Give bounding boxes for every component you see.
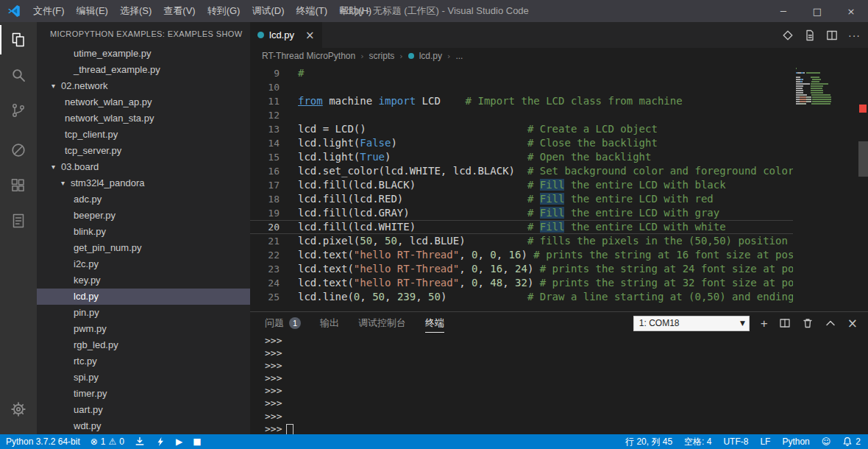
code-editor[interactable]: 9#1011from machine import LCD # Import t… [250, 64, 868, 311]
code-line-22[interactable]: 22lcd.text("hello RT-Thread", 0, 0, 16) … [250, 248, 868, 262]
breadcrumb-item[interactable]: ... [455, 51, 463, 61]
menu-item[interactable]: 查看(V) [157, 0, 201, 22]
maximize-panel-icon[interactable] [825, 317, 836, 329]
open-changes-icon[interactable] [782, 29, 794, 41]
micropython-examples-icon[interactable] [0, 203, 37, 238]
panel-tab-output[interactable]: 输出 [320, 312, 339, 334]
problems-summary[interactable]: ⊗ 1 ⚠ 0 [90, 436, 124, 447]
maximize-button[interactable]: □ [800, 0, 834, 22]
line-number[interactable]: 13 [250, 122, 280, 136]
close-window-button[interactable]: × [834, 0, 868, 22]
breadcrumb-item[interactable]: scripts [369, 51, 395, 61]
line-number[interactable]: 11 [250, 94, 280, 108]
settings-gear-icon[interactable] [0, 392, 37, 427]
sidebar-section-header[interactable]: MICROPYTHON EXAMPLES: EXAMPLES SHOW [37, 22, 250, 46]
explorer-icon[interactable] [0, 22, 37, 57]
cursor-position[interactable]: 行 20, 列 45 [625, 436, 672, 448]
panel-tab-terminal[interactable]: 终端 [425, 312, 444, 334]
tree-item-network_wlan_sta.py[interactable]: network_wlan_sta.py [37, 110, 250, 127]
tree-item-uart.py[interactable]: uart.py [37, 402, 250, 418]
tree-item-key.py[interactable]: key.py [37, 272, 250, 289]
line-number[interactable]: 17 [250, 178, 280, 192]
minimap[interactable] [793, 64, 858, 311]
code-line-13[interactable]: 13lcd = LCD() # Create a LCD object [250, 122, 868, 136]
run-button[interactable]: ▶ [176, 436, 182, 447]
tree-item-tcp_client.py[interactable]: tcp_client.py [37, 127, 250, 143]
menu-item[interactable]: 调试(D) [246, 0, 290, 22]
indent-setting[interactable]: 空格: 4 [684, 436, 711, 448]
code-line-15[interactable]: 15lcd.light(True) # Open the backlight [250, 150, 868, 164]
tree-item-blink.py[interactable]: blink.py [37, 224, 250, 240]
tree-item-spi.py[interactable]: spi.py [37, 370, 250, 386]
open-preview-icon[interactable] [804, 29, 816, 41]
tree-item-rgb_led.py[interactable]: rgb_led.py [37, 337, 250, 353]
download-to-device-button[interactable] [135, 436, 145, 447]
line-number[interactable]: 10 [250, 80, 280, 94]
close-panel-icon[interactable]: × [847, 317, 858, 330]
code-line-24[interactable]: 24lcd.text("hello RT-Thread", 0, 48, 32)… [250, 276, 868, 290]
line-number[interactable]: 21 [250, 234, 280, 248]
tab-lcd-py[interactable]: lcd.py × [250, 22, 322, 48]
tree-item-lcd.py[interactable]: lcd.py [37, 289, 250, 305]
line-number[interactable]: 9 [250, 66, 280, 80]
line-number[interactable]: 18 [250, 192, 280, 206]
tree-item-_thread_example.py[interactable]: _thread_example.py [37, 62, 250, 78]
encoding[interactable]: UTF-8 [723, 436, 748, 447]
menu-item[interactable]: 转到(G) [202, 0, 246, 22]
code-line-10[interactable]: 10 [250, 80, 868, 94]
extensions-icon[interactable] [0, 168, 37, 203]
line-number[interactable]: 16 [250, 164, 280, 178]
tree-item-02.network[interactable]: ▾02.network [37, 78, 250, 94]
tree-item-network_wlan_ap.py[interactable]: network_wlan_ap.py [37, 94, 250, 110]
tree-item-tcp_server.py[interactable]: tcp_server.py [37, 143, 250, 159]
terminal-output[interactable]: >>>>>>>>>>>>>>>>>>>>>>>> [250, 334, 868, 434]
debug-disabled-icon[interactable] [0, 132, 37, 168]
vertical-scrollbar[interactable] [858, 141, 868, 177]
line-number[interactable]: 25 [250, 290, 280, 304]
menu-item[interactable]: 终端(T) [290, 0, 333, 22]
flash-build-button[interactable] [155, 436, 166, 447]
feedback-smiley-button[interactable]: ☺ [822, 436, 831, 447]
menu-item[interactable]: 文件(F) [27, 0, 71, 22]
line-number[interactable]: 22 [250, 248, 280, 262]
split-terminal-icon[interactable] [779, 317, 791, 329]
kill-terminal-trash-icon[interactable] [802, 317, 814, 329]
tree-item-stm32l4_pandora[interactable]: ▾stm32l4_pandora [37, 175, 250, 191]
notifications-bell-button[interactable]: 2 [842, 436, 861, 447]
line-number[interactable]: 20 [250, 220, 280, 234]
tree-item-rtc.py[interactable]: rtc.py [37, 353, 250, 370]
tree-item-pwm.py[interactable]: pwm.py [37, 321, 250, 337]
menu-item[interactable]: 编辑(E) [71, 0, 114, 22]
panel-tab-problems[interactable]: 问题 1 [265, 312, 301, 334]
search-icon[interactable] [0, 57, 37, 93]
code-line-21[interactable]: 21lcd.pixel(50, 50, lcd.BLUE) # fills th… [250, 234, 868, 248]
tree-item-adc.py[interactable]: adc.py [37, 191, 250, 208]
code-line-20[interactable]: 20lcd.fill(lcd.WHITE) # Fill the entire … [250, 220, 868, 234]
language-mode[interactable]: Python [782, 436, 809, 447]
line-number[interactable]: 14 [250, 136, 280, 150]
tree-item-beeper.py[interactable]: beeper.py [37, 208, 250, 224]
minimize-button[interactable]: ─ [766, 0, 800, 22]
code-line-17[interactable]: 17lcd.fill(lcd.BLACK) # Fill the entire … [250, 178, 868, 192]
tree-item-wdt.py[interactable]: wdt.py [37, 418, 250, 434]
code-line-23[interactable]: 23lcd.text("hello RT-Thread", 0, 16, 24)… [250, 262, 868, 276]
code-line-14[interactable]: 14lcd.light(False) # Close the backlight [250, 136, 868, 150]
eol-setting[interactable]: LF [760, 436, 770, 447]
panel-tab-debug-console[interactable]: 调试控制台 [358, 312, 406, 334]
line-number[interactable]: 23 [250, 262, 280, 276]
breadcrumb-item[interactable]: RT-Thread MicroPython [262, 51, 355, 61]
tree-item-i2c.py[interactable]: i2c.py [37, 256, 250, 272]
split-editor-icon[interactable] [826, 29, 838, 41]
code-line-19[interactable]: 19lcd.fill(lcd.GRAY) # Fill the entire L… [250, 206, 868, 220]
code-line-12[interactable]: 12 [250, 108, 868, 122]
breadcrumb-item[interactable]: lcd.py [419, 51, 442, 61]
more-actions-icon[interactable]: ··· [848, 29, 861, 41]
line-number[interactable]: 24 [250, 276, 280, 290]
tree-item-get_pin_num.py[interactable]: get_pin_num.py [37, 240, 250, 256]
code-line-16[interactable]: 16lcd.set_color(lcd.WHITE, lcd.BLACK) # … [250, 164, 868, 178]
close-tab-icon[interactable]: × [305, 29, 315, 42]
code-line-25[interactable]: 25lcd.line(0, 50, 239, 50) # Draw a line… [250, 290, 868, 304]
tree-item-pin.py[interactable]: pin.py [37, 305, 250, 321]
terminal-select[interactable]: 1: COM18 ▼ [633, 316, 750, 331]
menu-item[interactable]: 选择(S) [114, 0, 157, 22]
